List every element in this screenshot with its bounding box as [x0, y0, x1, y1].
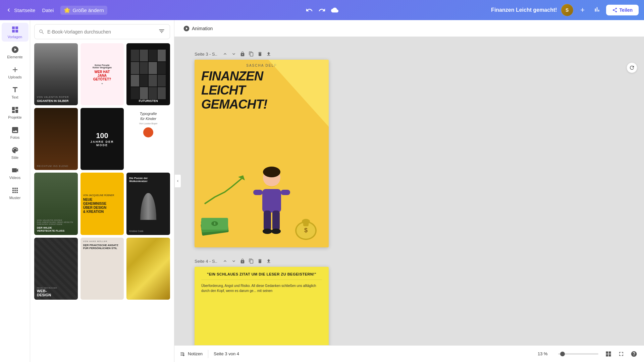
photos-icon	[11, 126, 19, 134]
money-bills-svg: $	[200, 217, 233, 236]
template-card[interactable]: Keine FreudeKeine Vergnügen WER HATJANAG…	[80, 43, 124, 105]
home-label: Startseite	[14, 7, 35, 13]
chevron-up-icon	[222, 51, 228, 57]
home-button[interactable]: Startseite	[5, 7, 35, 13]
template-panel: Von Valentin Roper GIGANTEN IN SILBER Ke…	[30, 20, 174, 362]
animation-label: Animation	[192, 26, 213, 31]
page-indicator: Seite 3 von 4	[214, 351, 239, 356]
slide-3-title-line3: GEMACHT!	[201, 98, 322, 112]
analytics-icon	[593, 6, 601, 13]
toolbar-left: Startseite Datei 🌟 Größe ändern	[5, 6, 300, 15]
zoom-slider[interactable]	[558, 353, 598, 355]
chevron-down-icon	[231, 258, 236, 264]
slide-4-lock-button[interactable]	[239, 257, 246, 265]
filter-button[interactable]	[158, 27, 166, 36]
delete-icon	[257, 51, 263, 57]
sidebar-label-projekte: Projekte	[8, 115, 21, 119]
slide-3-controls	[221, 50, 272, 58]
fullscreen-button[interactable]	[616, 349, 626, 359]
help-button[interactable]	[629, 349, 639, 359]
slide-3-lock-button[interactable]	[239, 50, 246, 58]
slide-3-page[interactable]: SASCHA DELP FINANZEN LEICHT GEMACHT!	[195, 60, 329, 247]
template-card[interactable]: Von Valentin Roper GIGANTEN IN SILBER	[34, 43, 78, 105]
search-input[interactable]	[47, 29, 155, 35]
panel-collapse-button[interactable]	[174, 174, 181, 188]
template-card[interactable]: VON JACQUELINE RÜBNER NEUEGEHEIMNISSEÜBE…	[80, 173, 124, 235]
resize-button[interactable]: 🌟 Größe ändern	[60, 6, 107, 15]
slide-4-down-button[interactable]	[230, 257, 237, 265]
file-menu-button[interactable]: Datei	[39, 6, 56, 14]
sidebar-label-fotos: Fotos	[10, 135, 20, 139]
sidebar-item-elemente[interactable]: Elemente	[2, 43, 29, 62]
analytics-button[interactable]	[592, 4, 602, 16]
sidebar-item-projekte[interactable]: Projekte	[2, 103, 29, 122]
cloud-save-button[interactable]	[330, 5, 340, 15]
share-button[interactable]: Teilen	[606, 5, 639, 15]
lock-icon	[240, 51, 245, 57]
template-card[interactable]: 100 JAHRE DERMODE	[80, 108, 124, 170]
sidebar-item-stile[interactable]: Stile	[2, 143, 29, 162]
template-card[interactable]: Von Valentin RoperDas Abenteuer über abs…	[34, 173, 78, 235]
avatar[interactable]: S	[561, 4, 573, 16]
slide-4-duplicate-button[interactable]	[248, 257, 255, 265]
slide-4-up-button[interactable]	[221, 257, 229, 265]
notes-label: Notizen	[188, 351, 203, 356]
template-card[interactable]: REIHE DER BÜCHER WEB-DESIGN	[34, 238, 78, 300]
filter-icon	[158, 28, 165, 35]
share-icon	[612, 7, 618, 13]
template-card[interactable]: FUTURISTEN	[126, 43, 170, 105]
duplicate-icon	[249, 258, 254, 264]
sidebar-label-elemente: Elemente	[7, 55, 22, 59]
template-card[interactable]: VON HANS MÜLLER DER PRAKTISCHE ANSATZ FÜ…	[80, 238, 124, 300]
svg-rect-9	[272, 210, 280, 231]
animation-bar: Animation	[174, 20, 644, 37]
templates-icon	[11, 25, 19, 34]
sidebar-item-videos[interactable]: Videos	[2, 164, 29, 182]
slide-4-body-text: Überforderung, Angst und Risiko. All die…	[201, 283, 322, 293]
svg-text:$: $	[304, 227, 308, 234]
undo-button[interactable]	[304, 5, 314, 15]
slide-3-duplicate-button[interactable]	[248, 50, 255, 58]
slide-4-delete-button[interactable]	[256, 257, 264, 265]
sidebar-item-text[interactable]: Text	[2, 83, 29, 102]
slide-4-export-button[interactable]	[265, 257, 272, 265]
sidebar-label-uploads: Uploads	[8, 75, 21, 79]
animation-button[interactable]: Animation	[180, 23, 216, 34]
slide-3-up-button[interactable]	[221, 50, 229, 58]
sidebar-item-vorlagen[interactable]: Vorlagen	[2, 23, 29, 42]
slide-3-refresh-button[interactable]	[627, 62, 637, 73]
slide-4-page[interactable]: "EIN SCHLAUES ZITAT UM DIE LESER ZU BEGE…	[195, 267, 329, 345]
slide-3-down-button[interactable]	[230, 50, 237, 58]
slide-3-delete-button[interactable]	[256, 50, 264, 58]
slide-4-controls	[221, 257, 272, 265]
template-card[interactable]: Typografiefür Kinder Von Louise Boyer	[126, 108, 170, 170]
notes-button[interactable]: Notizen	[180, 351, 203, 357]
svg-rect-5	[262, 189, 281, 213]
svg-rect-6	[253, 190, 263, 195]
slide-3-header: Seite 3 - S..	[195, 50, 624, 58]
template-card[interactable]: REICHTUM INS ELEND	[34, 108, 78, 170]
projects-icon	[11, 106, 19, 114]
sidebar-label-text: Text	[11, 95, 18, 99]
help-icon	[631, 351, 637, 357]
slide-4-content: "EIN SCHLAUES ZITAT UM DIE LESER ZU BEGE…	[195, 267, 329, 345]
template-card[interactable]	[126, 238, 170, 300]
svg-text:$: $	[214, 222, 215, 225]
slide-3-label: Seite 3 - S..	[195, 52, 217, 57]
slide-3-export-button[interactable]	[265, 50, 272, 58]
zoom-level: 13 %	[538, 351, 553, 356]
chevron-up-icon	[222, 258, 228, 264]
template-card[interactable]: Die Poesie derWolkenkratzer Kristine Cob…	[126, 173, 170, 235]
redo-button[interactable]	[317, 5, 327, 15]
duplicate-icon	[249, 51, 254, 57]
resize-label: Größe ändern	[72, 7, 104, 13]
toolbar-center	[304, 5, 340, 15]
canvas-area: Seite 3 - S..	[174, 37, 644, 345]
sidebar-item-muster[interactable]: Muster	[2, 184, 29, 202]
grid-view-button[interactable]	[604, 349, 613, 359]
sidebar-item-uploads[interactable]: Uploads	[2, 63, 29, 82]
sidebar-label-vorlagen: Vorlagen	[8, 35, 22, 39]
sidebar-item-fotos[interactable]: Fotos	[2, 123, 29, 142]
slide-4-quote: "EIN SCHLAUES ZITAT UM DIE LESER ZU BEGE…	[201, 272, 322, 280]
add-collaborator-button[interactable]: +	[577, 5, 588, 15]
